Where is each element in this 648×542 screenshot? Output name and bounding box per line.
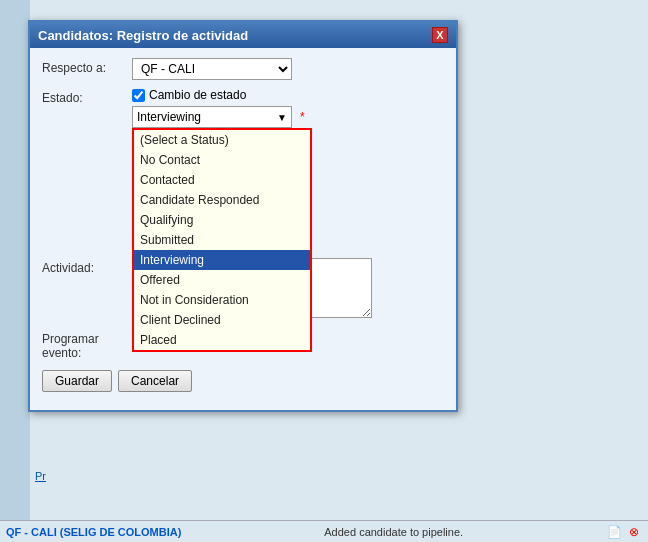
status-bar: QF - CALI (SELIG DE COLOMBIA) Added cand… [0, 520, 648, 542]
status-option-10[interactable]: Placed [134, 330, 310, 350]
guardar-button[interactable]: Guardar [42, 370, 112, 392]
modal-title-bar: Candidatos: Registro de actividad X [30, 22, 456, 48]
estado-label: Estado: [42, 88, 132, 105]
respecto-select[interactable]: QF - CALI [132, 58, 292, 80]
estado-row: Estado: Cambio de estado Interviewing ▼ [42, 88, 444, 128]
status-option-5[interactable]: Submitted [134, 230, 310, 250]
modal-title: Candidatos: Registro de actividad [38, 28, 248, 43]
programar-label: Programar evento: [42, 329, 132, 360]
status-option-7[interactable]: Offered [134, 270, 310, 290]
cancelar-button[interactable]: Cancelar [118, 370, 192, 392]
button-row: Guardar Cancelar [42, 370, 444, 400]
status-option-4[interactable]: Qualifying [134, 210, 310, 230]
sidebar [0, 0, 30, 542]
status-bar-left: QF - CALI (SELIG DE COLOMBIA) [6, 526, 181, 538]
cambio-estado-checkbox[interactable] [132, 89, 145, 102]
stop-icon: ⊗ [626, 524, 642, 540]
status-option-1[interactable]: No Contact [134, 150, 310, 170]
respecto-label: Respecto a: [42, 58, 132, 75]
estado-control: Cambio de estado Interviewing ▼ (Select … [132, 88, 444, 128]
respecto-row: Respecto a: QF - CALI [42, 58, 444, 80]
nav-item-4[interactable]: Pr [35, 470, 46, 482]
status-icons: 📄 ⊗ [606, 524, 642, 540]
status-option-2[interactable]: Contacted [134, 170, 310, 190]
respecto-control: QF - CALI [132, 58, 444, 80]
status-selected-value: Interviewing [137, 110, 201, 124]
status-select-box[interactable]: Interviewing ▼ [132, 106, 292, 128]
status-row: Interviewing ▼ (Select a Status) No Cont… [132, 106, 444, 128]
cambio-estado-label: Cambio de estado [149, 88, 246, 102]
required-asterisk: * [300, 110, 305, 124]
status-option-3[interactable]: Candidate Responded [134, 190, 310, 210]
status-option-9[interactable]: Client Declined [134, 310, 310, 330]
page-icon: 📄 [606, 524, 622, 540]
status-bar-center: Added candidate to pipeline. [201, 526, 586, 538]
status-option-0[interactable]: (Select a Status) [134, 130, 310, 150]
cambio-estado-row: Cambio de estado [132, 88, 444, 102]
status-select-container: Interviewing ▼ (Select a Status) No Cont… [132, 106, 292, 128]
modal-body: Respecto a: QF - CALI Estado: Cambio de … [30, 48, 456, 410]
status-dropdown-list: (Select a Status) No Contact Contacted C… [132, 128, 312, 352]
modal-close-button[interactable]: X [432, 27, 448, 43]
status-option-8[interactable]: Not in Consideration [134, 290, 310, 310]
modal-dialog: Candidatos: Registro de actividad X Resp… [28, 20, 458, 412]
dropdown-arrow-icon: ▼ [277, 112, 287, 123]
status-option-6[interactable]: Interviewing [134, 250, 310, 270]
actividad-label: Actividad: [42, 258, 132, 275]
